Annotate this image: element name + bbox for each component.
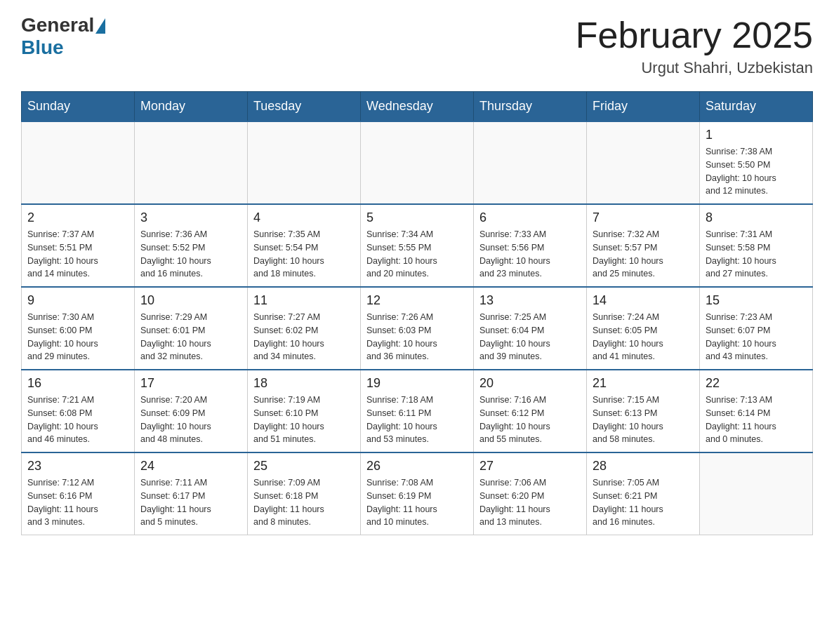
- day-number: 22: [706, 376, 807, 391]
- calendar-cell: 6Sunrise: 7:33 AM Sunset: 5:56 PM Daylig…: [474, 204, 587, 287]
- day-number: 18: [253, 376, 355, 391]
- day-info: Sunrise: 7:13 AM Sunset: 6:14 PM Dayligh…: [706, 394, 807, 446]
- title-area: February 2025 Urgut Shahri, Uzbekistan: [576, 14, 813, 77]
- col-header-sunday: Sunday: [22, 92, 135, 122]
- day-number: 10: [140, 293, 241, 308]
- day-number: 3: [140, 210, 241, 225]
- day-number: 23: [27, 459, 128, 474]
- week-row-4: 16Sunrise: 7:21 AM Sunset: 6:08 PM Dayli…: [22, 370, 813, 452]
- day-number: 14: [593, 293, 694, 308]
- day-info: Sunrise: 7:25 AM Sunset: 6:04 PM Dayligh…: [479, 311, 581, 363]
- calendar-cell: 28Sunrise: 7:05 AM Sunset: 6:21 PM Dayli…: [587, 452, 700, 535]
- day-info: Sunrise: 7:36 AM Sunset: 5:52 PM Dayligh…: [140, 228, 241, 281]
- day-info: Sunrise: 7:05 AM Sunset: 6:21 PM Dayligh…: [593, 476, 694, 529]
- day-number: 6: [479, 210, 581, 225]
- day-number: 4: [253, 210, 355, 225]
- day-number: 9: [27, 293, 128, 308]
- day-info: Sunrise: 7:37 AM Sunset: 5:51 PM Dayligh…: [27, 228, 128, 281]
- calendar-cell: 18Sunrise: 7:19 AM Sunset: 6:10 PM Dayli…: [248, 370, 361, 452]
- calendar-cell: 21Sunrise: 7:15 AM Sunset: 6:13 PM Dayli…: [587, 370, 700, 452]
- logo: General Blue: [21, 14, 105, 59]
- day-number: 26: [366, 459, 468, 474]
- calendar-cell: 20Sunrise: 7:16 AM Sunset: 6:12 PM Dayli…: [474, 370, 587, 452]
- day-info: Sunrise: 7:16 AM Sunset: 6:12 PM Dayligh…: [479, 394, 581, 446]
- calendar-cell: 3Sunrise: 7:36 AM Sunset: 5:52 PM Daylig…: [135, 204, 248, 287]
- col-header-wednesday: Wednesday: [361, 92, 474, 122]
- calendar-cell: 19Sunrise: 7:18 AM Sunset: 6:11 PM Dayli…: [361, 370, 474, 452]
- calendar-cell: 12Sunrise: 7:26 AM Sunset: 6:03 PM Dayli…: [361, 287, 474, 370]
- day-info: Sunrise: 7:15 AM Sunset: 6:13 PM Dayligh…: [593, 394, 694, 446]
- day-number: 12: [366, 293, 468, 308]
- day-info: Sunrise: 7:20 AM Sunset: 6:09 PM Dayligh…: [140, 394, 241, 446]
- day-info: Sunrise: 7:19 AM Sunset: 6:10 PM Dayligh…: [253, 394, 355, 446]
- day-info: Sunrise: 7:18 AM Sunset: 6:11 PM Dayligh…: [366, 394, 468, 446]
- day-info: Sunrise: 7:29 AM Sunset: 6:01 PM Dayligh…: [140, 311, 241, 363]
- day-number: 20: [479, 376, 581, 391]
- calendar-cell: 22Sunrise: 7:13 AM Sunset: 6:14 PM Dayli…: [700, 370, 813, 452]
- day-info: Sunrise: 7:38 AM Sunset: 5:50 PM Dayligh…: [706, 145, 807, 198]
- day-number: 27: [479, 459, 581, 474]
- day-info: Sunrise: 7:11 AM Sunset: 6:17 PM Dayligh…: [140, 476, 241, 529]
- day-info: Sunrise: 7:33 AM Sunset: 5:56 PM Dayligh…: [479, 228, 581, 281]
- calendar-table: SundayMondayTuesdayWednesdayThursdayFrid…: [21, 91, 813, 535]
- calendar-cell: 17Sunrise: 7:20 AM Sunset: 6:09 PM Dayli…: [135, 370, 248, 452]
- month-title: February 2025: [576, 14, 813, 56]
- logo-general-text: General: [21, 14, 94, 36]
- logo-blue-text: Blue: [21, 36, 64, 59]
- day-number: 5: [366, 210, 468, 225]
- calendar-cell: 25Sunrise: 7:09 AM Sunset: 6:18 PM Dayli…: [248, 452, 361, 535]
- calendar-cell: 11Sunrise: 7:27 AM Sunset: 6:02 PM Dayli…: [248, 287, 361, 370]
- logo-triangle-icon: [95, 18, 105, 34]
- day-info: Sunrise: 7:26 AM Sunset: 6:03 PM Dayligh…: [366, 311, 468, 363]
- calendar-cell: [474, 121, 587, 204]
- day-info: Sunrise: 7:06 AM Sunset: 6:20 PM Dayligh…: [479, 476, 581, 529]
- calendar-cell: [248, 121, 361, 204]
- col-header-friday: Friday: [587, 92, 700, 122]
- calendar-cell: 9Sunrise: 7:30 AM Sunset: 6:00 PM Daylig…: [22, 287, 135, 370]
- day-info: Sunrise: 7:35 AM Sunset: 5:54 PM Dayligh…: [253, 228, 355, 281]
- day-number: 21: [593, 376, 694, 391]
- calendar-cell: 13Sunrise: 7:25 AM Sunset: 6:04 PM Dayli…: [474, 287, 587, 370]
- calendar-cell: 26Sunrise: 7:08 AM Sunset: 6:19 PM Dayli…: [361, 452, 474, 535]
- calendar-cell: 23Sunrise: 7:12 AM Sunset: 6:16 PM Dayli…: [22, 452, 135, 535]
- day-info: Sunrise: 7:27 AM Sunset: 6:02 PM Dayligh…: [253, 311, 355, 363]
- day-info: Sunrise: 7:34 AM Sunset: 5:55 PM Dayligh…: [366, 228, 468, 281]
- day-number: 13: [479, 293, 581, 308]
- location-title: Urgut Shahri, Uzbekistan: [576, 59, 813, 77]
- week-row-5: 23Sunrise: 7:12 AM Sunset: 6:16 PM Dayli…: [22, 452, 813, 535]
- day-number: 15: [706, 293, 807, 308]
- calendar-cell: [587, 121, 700, 204]
- calendar-cell: [22, 121, 135, 204]
- day-number: 1: [706, 128, 807, 142]
- day-info: Sunrise: 7:12 AM Sunset: 6:16 PM Dayligh…: [27, 476, 128, 529]
- calendar-cell: 1Sunrise: 7:38 AM Sunset: 5:50 PM Daylig…: [700, 121, 813, 204]
- calendar-cell: 10Sunrise: 7:29 AM Sunset: 6:01 PM Dayli…: [135, 287, 248, 370]
- calendar-cell: 2Sunrise: 7:37 AM Sunset: 5:51 PM Daylig…: [22, 204, 135, 287]
- day-info: Sunrise: 7:32 AM Sunset: 5:57 PM Dayligh…: [593, 228, 694, 281]
- calendar-cell: 5Sunrise: 7:34 AM Sunset: 5:55 PM Daylig…: [361, 204, 474, 287]
- calendar-cell: 15Sunrise: 7:23 AM Sunset: 6:07 PM Dayli…: [700, 287, 813, 370]
- header: General Blue February 2025 Urgut Shahri,…: [21, 14, 813, 77]
- week-row-1: 1Sunrise: 7:38 AM Sunset: 5:50 PM Daylig…: [22, 121, 813, 204]
- calendar-cell: 4Sunrise: 7:35 AM Sunset: 5:54 PM Daylig…: [248, 204, 361, 287]
- day-number: 25: [253, 459, 355, 474]
- calendar-cell: [135, 121, 248, 204]
- col-header-monday: Monday: [135, 92, 248, 122]
- day-number: 28: [593, 459, 694, 474]
- calendar-cell: 27Sunrise: 7:06 AM Sunset: 6:20 PM Dayli…: [474, 452, 587, 535]
- day-number: 19: [366, 376, 468, 391]
- week-row-2: 2Sunrise: 7:37 AM Sunset: 5:51 PM Daylig…: [22, 204, 813, 287]
- day-number: 8: [706, 210, 807, 225]
- day-number: 7: [593, 210, 694, 225]
- col-header-tuesday: Tuesday: [248, 92, 361, 122]
- day-info: Sunrise: 7:30 AM Sunset: 6:00 PM Dayligh…: [27, 311, 128, 363]
- calendar-cell: 14Sunrise: 7:24 AM Sunset: 6:05 PM Dayli…: [587, 287, 700, 370]
- week-row-3: 9Sunrise: 7:30 AM Sunset: 6:00 PM Daylig…: [22, 287, 813, 370]
- col-header-thursday: Thursday: [474, 92, 587, 122]
- day-number: 2: [27, 210, 128, 225]
- day-number: 16: [27, 376, 128, 391]
- day-number: 24: [140, 459, 241, 474]
- calendar-cell: 24Sunrise: 7:11 AM Sunset: 6:17 PM Dayli…: [135, 452, 248, 535]
- calendar-cell: 8Sunrise: 7:31 AM Sunset: 5:58 PM Daylig…: [700, 204, 813, 287]
- day-number: 11: [253, 293, 355, 308]
